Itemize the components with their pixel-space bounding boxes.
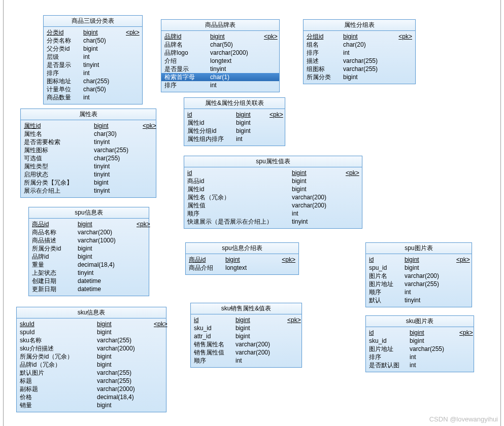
col-type: char(30) (94, 130, 140, 138)
table-row: 商品描述varchar(1000) (32, 236, 146, 244)
col-type: bigint (83, 28, 123, 37)
col-type: datetime (78, 277, 133, 285)
col-type: tinyint (210, 65, 261, 73)
table-row: 默认tinyint (369, 296, 468, 304)
col-name: spu_id (369, 264, 405, 272)
table-row: idbigint<pk> (369, 256, 468, 264)
col-type: tinyint (83, 61, 123, 69)
table-row: 排序int (307, 49, 412, 57)
col-name: 顺序 (194, 357, 236, 365)
col-type: varchar(200) (292, 201, 343, 209)
table-row: 顺序int (194, 357, 298, 365)
table-title: spu属性值表 (184, 156, 362, 167)
col-type: decimal(18,4) (97, 393, 151, 401)
col-type: int (343, 49, 394, 57)
col-type: bigint (236, 316, 284, 324)
col-type: varchar(2000) (97, 385, 151, 393)
watermark: CSDN @lovewangyihui (429, 415, 498, 423)
table-row: idbigint<pk> (194, 316, 298, 324)
col-type: datetime (78, 285, 133, 293)
table-row: 组名char(20) (307, 41, 412, 49)
table-title: sku图片表 (366, 316, 474, 327)
table-row: 图片地址varchar(255) (369, 280, 468, 288)
table-row: 属性idbigint<pk> (24, 122, 153, 130)
col-name: 是否默认图 (369, 361, 410, 369)
table-title: 商品品牌表 (161, 20, 279, 31)
col-name: 属性组内排序 (187, 135, 236, 143)
table-row: 属性分组idbigint (187, 127, 282, 135)
table-body: 属性idbigint<pk>属性名char(30)是否需要检索tinyint属性… (21, 120, 156, 197)
table-row: skuIdbigint<pk> (20, 320, 163, 328)
table-row: 父分类idbigint (47, 45, 139, 53)
col-type: bigint (94, 122, 140, 130)
col-type: varchar(2000) (210, 49, 261, 57)
col-type: bigint (83, 45, 123, 53)
col-type: bigint (97, 352, 151, 361)
col-name: 所属分类 (307, 73, 343, 81)
col-type: varchar(200) (405, 272, 453, 280)
col-type: int (292, 209, 343, 218)
col-name: 品牌id (164, 32, 210, 41)
col-type: bigint (97, 361, 151, 369)
col-name: 快速展示（是否展示在介绍上） (187, 218, 292, 226)
table-t6: spu属性值表idbigint<pk>商品idbigint属性idbigint属… (184, 156, 362, 229)
col-name: 属性id (187, 119, 236, 127)
col-type: bigint (97, 320, 151, 328)
col-type: int (405, 288, 453, 296)
col-type: bigint (410, 329, 456, 337)
col-name: 上架状态 (32, 269, 78, 277)
col-name: 默认图片 (20, 369, 97, 377)
col-name: 属性类型 (24, 162, 94, 170)
pk-marker: <pk> (343, 169, 359, 177)
col-name: 商品id (187, 177, 292, 185)
col-name: id (369, 256, 405, 264)
col-type: bigint (97, 401, 151, 409)
col-name: sku_id (369, 337, 410, 345)
col-name: 计量单位 (47, 85, 83, 93)
col-type: int (410, 353, 456, 361)
table-row: 图片名varchar(200) (369, 272, 468, 280)
col-type: int (83, 53, 123, 61)
col-type: varchar(255) (410, 345, 456, 353)
table-row: 品牌名char(50) (164, 41, 276, 49)
pk-marker: <pk> (395, 32, 412, 41)
col-type: bigint (78, 253, 133, 261)
table-body: 分类idbigint<pk>分类名称char(50)父分类idbigint层级i… (44, 27, 142, 104)
col-name: 商品介绍 (189, 264, 225, 272)
col-name: 默认 (369, 296, 405, 304)
col-type: bigint (292, 177, 343, 185)
col-type: varchar(255) (343, 57, 394, 65)
table-row: 属性组内排序int (187, 135, 282, 143)
table-row: 是否默认图int (369, 361, 471, 369)
table-row: 销量bigint (20, 401, 163, 409)
col-name: 父分类id (47, 45, 83, 53)
table-row: 是否显示tinyint (47, 61, 139, 69)
col-name: 检索首字母 (164, 73, 210, 81)
col-type: varchar(255) (405, 280, 453, 288)
pk-marker: <pk> (133, 220, 150, 228)
col-type: longtext (210, 57, 261, 65)
col-type: bigint (236, 119, 266, 127)
col-name: 分组id (307, 32, 343, 41)
table-row: 默认图片varchar(255) (20, 369, 163, 377)
col-name: 所属分类id (32, 244, 78, 253)
col-type: char(50) (210, 41, 261, 49)
col-type: char(20) (343, 41, 394, 49)
col-type: decimal(18,4) (78, 261, 133, 269)
col-name: 销量 (20, 401, 97, 409)
col-name: 属性id (187, 185, 292, 193)
pk-marker: <pk> (453, 256, 470, 264)
table-row: sku名称varchar(255) (20, 336, 163, 344)
table-row: 销售属性名varchar(200) (194, 340, 298, 348)
col-type: varchar(255) (343, 65, 394, 73)
col-type: tinyint (405, 296, 453, 304)
col-name: 重量 (32, 261, 78, 269)
col-name: 商品数量 (47, 93, 83, 101)
table-row: 启用状态tinyint (24, 170, 153, 179)
table-row: attr_idbigint (194, 332, 298, 340)
table-row: 标题varchar(255) (20, 377, 163, 385)
col-name: 属性值 (187, 201, 292, 209)
col-name: 分类id (47, 28, 83, 37)
col-name: 属性名（冗余） (187, 193, 292, 201)
table-row: 属性名（冗余）varchar(200) (187, 193, 359, 201)
